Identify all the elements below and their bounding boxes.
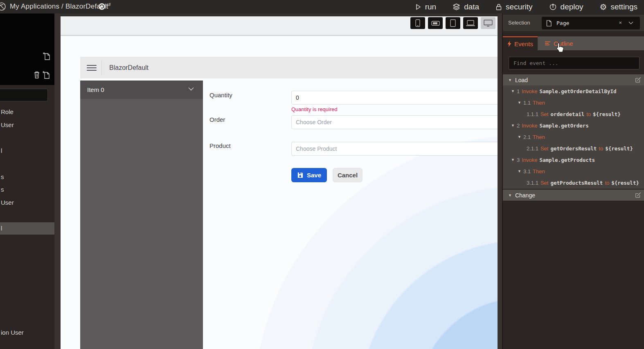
gear-icon: ⚙ (600, 3, 607, 11)
header-divider (101, 60, 102, 75)
sidebar-search-input[interactable] (0, 89, 48, 101)
deploy-menu-item[interactable]: deploy (549, 2, 583, 11)
tree-row[interactable]: ▼ 2.1 Then (503, 131, 644, 143)
device-phone-landscape-button[interactable] (428, 17, 443, 29)
tree-row[interactable]: 3.1.1 Set getProductsResult to ${result} (503, 177, 644, 188)
save-floppy-icon (297, 172, 303, 178)
tree-row[interactable]: ▼ 1.1 Then (503, 97, 644, 108)
delete-page-icon[interactable] (33, 71, 41, 79)
security-menu-item[interactable]: security (495, 2, 532, 11)
app-logo-icon[interactable] (0, 2, 7, 11)
data-menu-item[interactable]: data (453, 2, 479, 11)
expander-triangle-icon[interactable]: ▼ (518, 135, 521, 139)
sidebar-item[interactable]: User (0, 197, 54, 209)
panel-menu: Item 0 (80, 81, 203, 349)
tree-row[interactable]: 2.1.1 Set getOrdersResult to ${result} (503, 143, 644, 154)
tree-row[interactable]: ▼ 1 Invoke Sample.getOrderDetailById (503, 85, 644, 97)
lock-icon (495, 3, 502, 11)
selection-row: Selection Page × (503, 15, 644, 31)
properties-panel: Selection Page × Events Outline (502, 13, 644, 349)
deploy-icon (549, 3, 557, 11)
new-page-icon[interactable] (43, 52, 51, 60)
tree-row[interactable]: ▼ 3.1 Then (503, 166, 644, 177)
edit-event-icon[interactable] (635, 77, 641, 83)
hamburger-menu-icon[interactable] (87, 63, 97, 72)
breadcrumb[interactable]: My Applications / BlazorDefault (10, 2, 108, 11)
tech-badge: c# (106, 2, 111, 7)
sidebar-toolbar-area (0, 13, 54, 85)
quantity-label: Quantity (209, 92, 232, 98)
order-label: Order (209, 116, 225, 123)
expander-triangle-icon[interactable]: ▼ (508, 78, 512, 82)
design-canvas: BlazorDefault Item 0 Quantity Quantity i… (61, 16, 498, 349)
app-header-bar: BlazorDefault (80, 57, 498, 78)
lightning-icon (507, 41, 511, 47)
tab-outline[interactable]: Outline (545, 36, 573, 50)
panel-menu-item-label: Item 0 (87, 86, 104, 93)
sidebar-item-selected[interactable]: l (0, 222, 54, 235)
expander-triangle-icon[interactable]: ▼ (508, 193, 512, 197)
tree-row[interactable]: ▼ 2 Invoke Sample.getOrders (503, 120, 644, 131)
selection-dropdown[interactable]: Page × (542, 17, 640, 29)
device-preview-toolbar (410, 17, 495, 29)
selection-chevron-down-icon[interactable] (628, 21, 633, 25)
selection-clear-button[interactable]: × (619, 20, 622, 26)
canvas-panel-divider (498, 13, 502, 349)
tree-row[interactable]: ▼ 3 Invoke Sample.getProducts (503, 154, 644, 166)
sidebar-item[interactable]: s (0, 171, 54, 183)
device-laptop-button[interactable] (463, 17, 478, 29)
device-tablet-button[interactable] (446, 17, 460, 29)
expander-triangle-icon[interactable]: ▼ (511, 89, 515, 93)
order-dropdown-input[interactable] (291, 115, 498, 129)
expander-triangle-icon[interactable]: ▼ (511, 158, 515, 162)
expander-triangle-icon[interactable]: ▼ (518, 101, 521, 105)
tree-row[interactable]: 1.1.1 Set orderdetail to ${result} (503, 108, 644, 120)
product-dropdown-input[interactable] (291, 142, 498, 156)
panel-menu-item-header[interactable]: Item 0 (80, 81, 203, 99)
load-event-section[interactable]: ▼ Load (503, 74, 644, 85)
selection-label: Selection (508, 20, 530, 26)
top-bar: My Applications / BlazorDefault c# run d… (0, 0, 644, 13)
event-actions-tree: ▼ 1 Invoke Sample.getOrderDetailById ▼ 1… (503, 85, 644, 189)
page-icon (546, 20, 552, 27)
sidebar-item[interactable]: l (0, 145, 54, 157)
sidebar-item[interactable]: ion User (0, 327, 54, 339)
chevron-down-icon (188, 87, 194, 91)
save-button[interactable]: Save (291, 168, 327, 182)
tab-events[interactable]: Events (503, 36, 538, 50)
blazor-icon: c# (98, 2, 111, 10)
settings-menu-item[interactable]: ⚙ settings (600, 2, 637, 11)
change-event-section[interactable]: ▼ Change (503, 190, 644, 201)
product-label: Product (209, 142, 231, 149)
canvas-top-strip (61, 13, 498, 16)
device-desktop-button[interactable] (481, 17, 495, 29)
play-icon (415, 4, 421, 10)
sidebar-item[interactable]: Role (0, 106, 54, 118)
sidebar-canvas-divider (54, 13, 61, 349)
device-phone-portrait-button[interactable] (410, 17, 425, 29)
left-sidebar: Role User l s s User l ion User (0, 13, 54, 349)
sidebar-item[interactable]: User (0, 119, 54, 131)
designed-page: BlazorDefault Item 0 Quantity Quantity i… (61, 36, 498, 349)
sidebar-item[interactable]: s (0, 183, 54, 196)
expander-triangle-icon[interactable]: ▼ (518, 169, 521, 173)
panel-tab-bar: Events Outline (503, 36, 644, 50)
cancel-button[interactable]: Cancel (333, 168, 363, 182)
quantity-error-text: Quantity is required (291, 106, 338, 112)
run-menu-item[interactable]: run (415, 2, 436, 11)
outline-list-icon (545, 41, 550, 46)
topbar-menu: run data security deploy ⚙ settings (415, 0, 637, 13)
layers-icon (453, 3, 460, 11)
expander-triangle-icon[interactable]: ▼ (511, 123, 515, 128)
duplicate-page-icon[interactable] (43, 71, 50, 79)
app-title: BlazorDefault (109, 64, 149, 72)
edit-event-icon[interactable] (635, 192, 641, 198)
selection-value: Page (556, 20, 569, 26)
find-event-input[interactable] (509, 57, 639, 69)
quantity-input[interactable] (291, 91, 498, 105)
